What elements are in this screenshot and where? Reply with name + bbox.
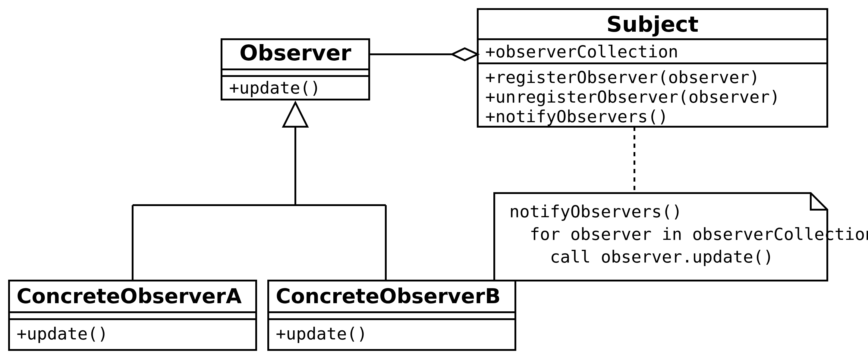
note-line-1: for observer in observerCollection bbox=[509, 224, 868, 244]
svg-marker-7 bbox=[452, 48, 478, 60]
observer-method-0: +update() bbox=[229, 78, 320, 98]
subject-method-2: +notifyObservers() bbox=[485, 107, 668, 126]
class-subject: Subject +observerCollection +registerObs… bbox=[478, 9, 827, 127]
relation-aggregation bbox=[369, 48, 478, 60]
subject-method-0: +registerObserver(observer) bbox=[485, 67, 760, 87]
subject-attr-0: +observerCollection bbox=[485, 42, 678, 61]
uml-note: notifyObservers() for observer in observ… bbox=[494, 193, 868, 281]
class-concrete-observer-b: ConcreteObserverB +update() bbox=[268, 281, 516, 350]
observer-title: Observer bbox=[239, 40, 351, 65]
concrete-a-title: ConcreteObserverA bbox=[17, 284, 242, 308]
class-concrete-observer-a: ConcreteObserverA +update() bbox=[9, 281, 256, 350]
relation-generalization bbox=[133, 103, 386, 281]
subject-title: Subject bbox=[607, 11, 698, 37]
class-observer: Observer +update() bbox=[221, 39, 369, 100]
note-line-0: notifyObservers() bbox=[509, 201, 682, 221]
uml-diagram: Observer +update() Subject +observerColl… bbox=[0, 0, 868, 359]
svg-marker-8 bbox=[283, 103, 307, 127]
concrete-b-title: ConcreteObserverB bbox=[276, 284, 501, 308]
subject-method-1: +unregisterObserver(observer) bbox=[485, 87, 780, 107]
concrete-b-method-0: +update() bbox=[276, 324, 367, 343]
note-line-2: call observer.update() bbox=[509, 247, 774, 267]
concrete-a-method-0: +update() bbox=[17, 324, 108, 343]
